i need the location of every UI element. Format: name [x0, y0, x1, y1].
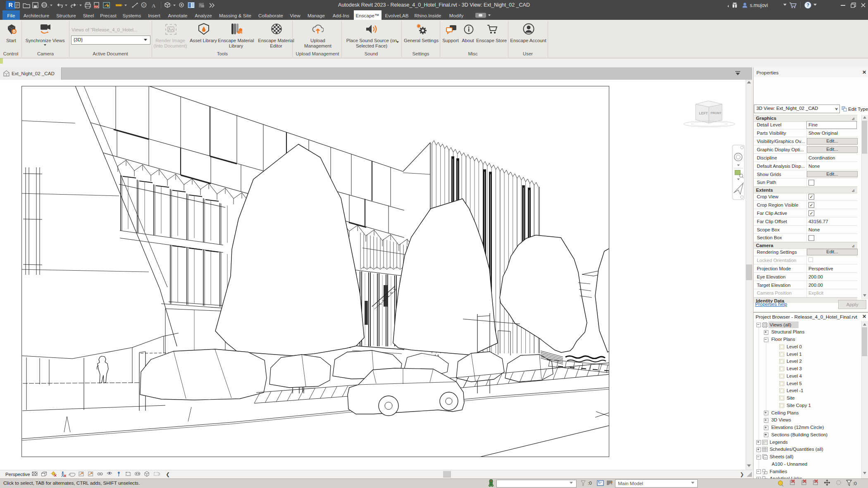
svg-text:LEFT: LEFT — [699, 111, 708, 115]
svg-text:PDF: PDF — [94, 5, 98, 8]
svg-text:0: 0 — [143, 4, 145, 7]
svg-text:FRONT: FRONT — [711, 111, 722, 115]
svg-text:❮: ❮ — [166, 471, 170, 477]
svg-text:A: A — [152, 2, 156, 9]
svg-text::0: :0 — [853, 481, 857, 486]
